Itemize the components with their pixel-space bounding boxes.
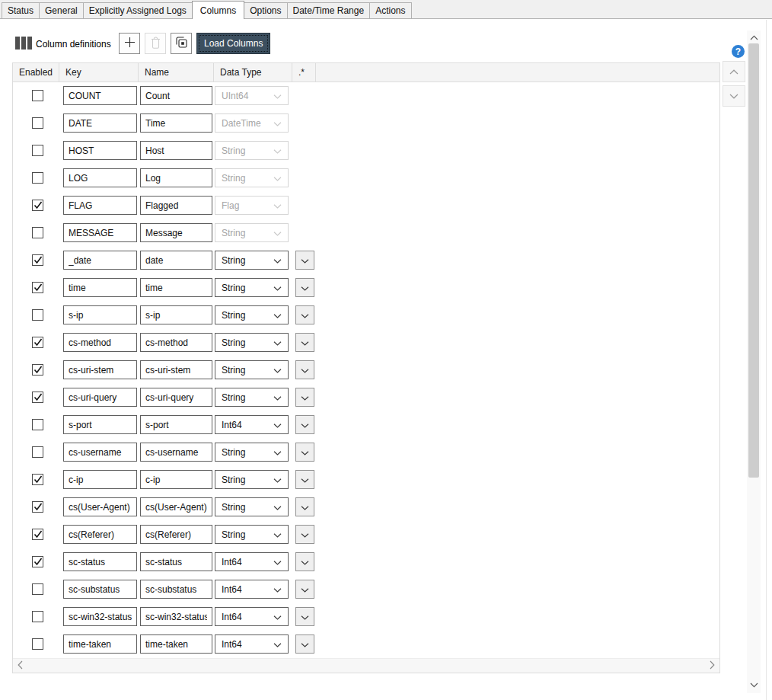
key-input[interactable]	[63, 113, 137, 133]
data-type-dropdown[interactable]: String	[215, 497, 289, 516]
data-type-dropdown[interactable]: String	[215, 305, 289, 324]
key-input[interactable]	[63, 305, 137, 324]
enabled-checkbox[interactable]	[32, 254, 43, 266]
data-type-dropdown[interactable]: Int64	[215, 607, 289, 626]
key-input[interactable]	[63, 86, 137, 105]
key-input[interactable]	[63, 333, 137, 352]
name-input[interactable]	[140, 415, 212, 434]
name-input[interactable]	[140, 141, 212, 160]
add-column-button[interactable]	[119, 33, 140, 54]
key-input[interactable]	[63, 634, 137, 654]
data-type-dropdown[interactable]: String	[215, 470, 289, 489]
key-input[interactable]	[63, 552, 137, 571]
column-options-button[interactable]	[295, 497, 314, 516]
enabled-checkbox[interactable]	[32, 392, 43, 403]
data-type-dropdown[interactable]: String	[215, 443, 289, 462]
name-input[interactable]	[140, 168, 212, 187]
column-options-button[interactable]	[295, 552, 314, 571]
move-row-up-button[interactable]	[723, 61, 745, 82]
tab-general[interactable]: General	[39, 2, 84, 18]
tab-actions[interactable]: Actions	[369, 2, 411, 18]
column-options-button[interactable]	[295, 305, 314, 324]
name-input[interactable]	[140, 552, 212, 571]
key-input[interactable]	[63, 251, 137, 270]
enabled-checkbox[interactable]	[32, 529, 43, 540]
move-row-down-button[interactable]	[723, 85, 745, 107]
enabled-checkbox[interactable]	[32, 337, 43, 348]
name-input[interactable]	[140, 388, 212, 407]
key-input[interactable]	[63, 497, 137, 516]
tab-explicitly-assigned-logs[interactable]: Explicitly Assigned Logs	[83, 2, 193, 18]
enabled-checkbox[interactable]	[32, 200, 43, 211]
scrollbar-thumb[interactable]	[748, 43, 759, 478]
key-input[interactable]	[63, 388, 137, 407]
enabled-checkbox[interactable]	[32, 227, 43, 238]
name-input[interactable]	[140, 86, 212, 105]
name-input[interactable]	[140, 305, 212, 324]
name-input[interactable]	[140, 196, 212, 215]
name-input[interactable]	[140, 443, 212, 462]
enabled-checkbox[interactable]	[32, 145, 43, 156]
scroll-up-icon[interactable]	[747, 32, 761, 43]
data-type-dropdown[interactable]: Int64	[215, 552, 289, 571]
name-input[interactable]	[140, 525, 212, 544]
name-input[interactable]	[140, 580, 212, 599]
horizontal-scrollbar[interactable]	[13, 658, 719, 673]
name-input[interactable]	[140, 470, 212, 489]
data-type-dropdown[interactable]: String	[215, 360, 289, 379]
enabled-checkbox[interactable]	[32, 638, 43, 650]
enabled-checkbox[interactable]	[32, 446, 43, 458]
key-input[interactable]	[63, 196, 137, 215]
key-input[interactable]	[63, 141, 137, 160]
column-options-button[interactable]	[295, 634, 314, 654]
help-icon[interactable]: ?	[732, 45, 745, 58]
column-options-button[interactable]	[295, 607, 314, 626]
enabled-checkbox[interactable]	[32, 172, 43, 184]
data-type-dropdown[interactable]: String	[215, 278, 289, 297]
column-options-button[interactable]	[295, 333, 314, 352]
data-type-dropdown[interactable]: String	[215, 388, 289, 407]
enabled-checkbox[interactable]	[32, 309, 43, 321]
column-options-button[interactable]	[295, 388, 314, 407]
enabled-checkbox[interactable]	[32, 501, 43, 513]
tab-status[interactable]: Status	[2, 2, 40, 18]
name-input[interactable]	[140, 607, 212, 626]
duplicate-column-button[interactable]	[171, 33, 192, 54]
enabled-checkbox[interactable]	[32, 364, 43, 376]
vertical-scrollbar[interactable]	[747, 30, 761, 693]
key-input[interactable]	[63, 415, 137, 434]
name-input[interactable]	[140, 333, 212, 352]
tab-columns[interactable]: Columns	[192, 1, 244, 19]
data-type-dropdown[interactable]: Int64	[215, 634, 289, 654]
data-type-dropdown[interactable]: Int64	[215, 415, 289, 434]
enabled-checkbox[interactable]	[32, 419, 43, 430]
tab-options[interactable]: Options	[244, 2, 287, 18]
column-options-button[interactable]	[295, 525, 314, 544]
name-input[interactable]	[140, 497, 212, 516]
key-input[interactable]	[63, 580, 137, 599]
key-input[interactable]	[63, 525, 137, 544]
load-columns-button[interactable]: Load Columns	[196, 33, 270, 54]
column-options-button[interactable]	[295, 278, 314, 297]
name-input[interactable]	[140, 251, 212, 270]
data-type-dropdown[interactable]: String	[215, 525, 289, 544]
tab-date-time-range[interactable]: Date/Time Range	[287, 2, 371, 18]
enabled-checkbox[interactable]	[32, 90, 43, 101]
data-type-dropdown[interactable]: Int64	[215, 580, 289, 599]
data-type-dropdown[interactable]: String	[215, 251, 289, 270]
key-input[interactable]	[63, 278, 137, 297]
scroll-down-icon[interactable]	[747, 679, 761, 690]
enabled-checkbox[interactable]	[32, 583, 43, 595]
column-options-button[interactable]	[295, 443, 314, 462]
enabled-checkbox[interactable]	[32, 474, 43, 485]
enabled-checkbox[interactable]	[32, 556, 43, 567]
column-options-button[interactable]	[295, 470, 314, 489]
key-input[interactable]	[63, 223, 137, 242]
name-input[interactable]	[140, 360, 212, 379]
enabled-checkbox[interactable]	[32, 117, 43, 129]
key-input[interactable]	[63, 360, 137, 379]
data-type-dropdown[interactable]: String	[215, 333, 289, 352]
column-options-button[interactable]	[295, 360, 314, 379]
enabled-checkbox[interactable]	[32, 611, 43, 622]
key-input[interactable]	[63, 443, 137, 462]
